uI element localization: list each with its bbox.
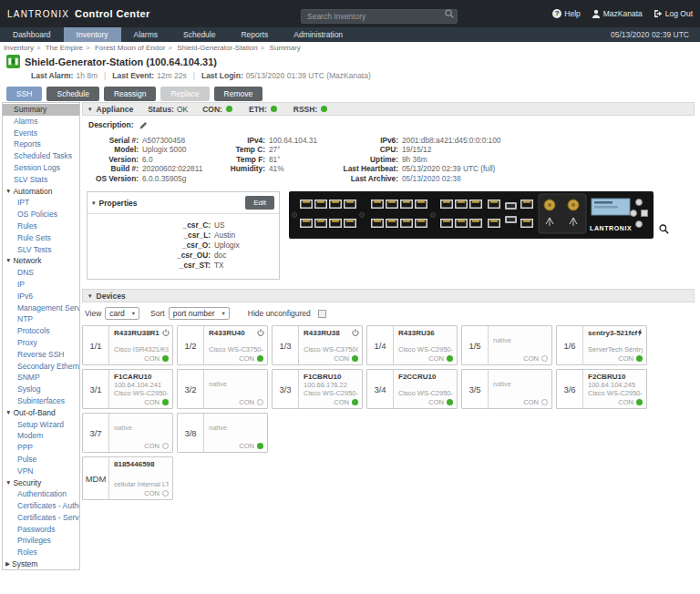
sidebar-item-authentication[interactable]: Authentication [3,488,79,500]
power-bolt-icon[interactable] [636,329,643,336]
user-menu[interactable]: MazKanata [592,9,643,18]
logout-button[interactable]: Log Out [654,9,693,18]
power-icon[interactable] [257,329,264,336]
sidebar-item-label: SLV Stats [14,175,47,184]
sidebar-item-rules[interactable]: Rules [3,220,79,232]
sidebar-item-setup-wizard[interactable]: Setup Wizard [3,419,79,431]
device-card-mdm[interactable]: MDM 8185446598 cellular Internal LTE CON [82,456,173,500]
sidebar-item-proxy[interactable]: Proxy [3,337,79,349]
edit-pencil-icon[interactable] [139,121,148,129]
sidebar-item-network[interactable]: ▼Network [3,255,79,267]
breadcrumb-item-summary[interactable]: Summary [270,44,301,52]
sidebar-item-management-server[interactable]: Management Server [3,302,79,314]
device-card-3-6[interactable]: 3/6 F2CBRU10 100.64.104.245 Cisco WS-C29… [556,369,647,409]
power-icon[interactable] [352,329,359,336]
field-value: 2001:db8:a421:d45:0:0:0:100 [402,136,500,145]
device-card-3-2[interactable]: 3/2 native CON [177,369,268,409]
sidebar-item-reports[interactable]: Reports [3,138,79,150]
device-card-3-4[interactable]: 3/4 F2CCRU10 Cisco WS-C2950-12... CON [366,369,458,409]
sidebar-item-subinterfaces[interactable]: Subinterfaces [3,395,79,407]
breadcrumb-item-shield-generator-station[interactable]: Shield-Generator-Station [177,44,258,52]
sidebar-item-privileges[interactable]: Privileges [3,535,79,547]
nav-tab-schedule[interactable]: Schedule [170,27,228,42]
device-card-1-2[interactable]: 1/2 R433RU40 Cisco WS-C3750-48... CON [177,325,268,365]
breadcrumb-item-the-empire[interactable]: The Empire [46,44,83,52]
appliance-panel-header[interactable]: ▾ Appliance Status:OK CON: ETH: RSSH: [82,102,695,116]
field-label: OS Version: [82,174,139,183]
device-card-1-1[interactable]: 1/1 R433RU38R1 Cisco ISR4321/K9 1... CON [82,325,173,365]
sidebar-item-ppp[interactable]: PPP [3,442,79,454]
device-model: Cisco WS-C2950-12... [398,389,453,397]
sidebar-item-events[interactable]: Events [3,128,79,139]
search-icon[interactable] [445,9,454,18]
con-label: CON [144,442,160,450]
devices-panel-header[interactable]: ▾ Devices [82,289,695,302]
sidebar-item-protocols[interactable]: Protocols [3,325,79,337]
nav-tab-dashboard[interactable]: Dashboard [0,27,64,42]
sidebar-item-dns[interactable]: DNS [3,267,79,279]
sidebar-item-security[interactable]: ▼Security [3,477,79,489]
nav-tab-reports[interactable]: Reports [228,27,281,42]
sort-select[interactable]: port number▾ [169,307,230,320]
sidebar-item-secondary-ethernet[interactable]: Secondary Ethernet [3,361,79,373]
sidebar-item-alarms[interactable]: Alarms [3,116,79,128]
sidebar-item-reverse-ssh[interactable]: Reverse SSH [3,349,79,361]
help-button[interactable]: ? Help [552,9,580,18]
sidebar-item-label: Certificates - Server [17,513,79,522]
sidebar-item-rule-sets[interactable]: Rule Sets [3,232,79,244]
view-select[interactable]: card▾ [105,307,139,320]
zoom-image-icon[interactable] [659,224,669,234]
action-button-replace[interactable]: Replace [160,87,209,101]
device-card-3-8[interactable]: 3/8 native CON [177,413,268,453]
action-button-ssh[interactable]: SSH [6,87,42,101]
sidebar-item-certificates-server[interactable]: Certificates - Server [3,512,79,524]
power-icon[interactable] [162,329,170,336]
action-button-schedule[interactable]: Schedule [46,87,98,101]
sidebar-item-session-logs[interactable]: Session Logs [3,162,79,174]
action-button-reassign[interactable]: Reassign [104,87,156,101]
device-card-1-6[interactable]: 1/6 sentry3-521fef ServerTech Sentry S..… [556,325,647,365]
sidebar-item-snmp[interactable]: SNMP [3,372,79,384]
status-value: OK [177,105,188,114]
action-button-remove[interactable]: Remove [214,87,263,101]
sidebar-item-modem[interactable]: Modem [3,430,79,442]
sidebar-item-system[interactable]: ▶System [3,558,79,570]
device-card-3-1[interactable]: 3/1 F1CARU10 100.64.104.241 Cisco WS-C29… [82,369,173,409]
sidebar-item-vpn[interactable]: VPN [3,466,79,477]
sidebar-item-slv-tests[interactable]: SLV Tests [3,244,79,256]
sidebar-item-os-policies[interactable]: OS Policies [3,209,79,220]
search-input[interactable] [301,9,458,24]
sidebar-item-ip[interactable]: IP [3,279,79,291]
sidebar-item-ipv6[interactable]: IPv6 [3,291,79,302]
sidebar-item-roles[interactable]: Roles [3,547,79,558]
breadcrumb-item-forest-moon-of-endor[interactable]: Forest Moon of Endor [95,44,165,52]
utc-datetime: 05/13/2020 02:39 UTC [611,27,695,42]
device-card-3-7[interactable]: 3/7 native CON [82,413,173,453]
sidebar-item-summary[interactable]: Summary [3,104,79,116]
sidebar-item-ipt[interactable]: IPT [3,197,79,209]
nav-tab-inventory[interactable]: Inventory [64,27,121,42]
device-card-1-3[interactable]: 1/3 R433RU38 Cisco WS-C3750G-... CON [272,325,363,365]
device-card-3-5[interactable]: 3/5 native CON [461,369,552,409]
sidebar-item-passwords[interactable]: Passwords [3,524,79,536]
device-card-1-4[interactable]: 1/4 R433RU36 Cisco WS-C2950-24... CON [366,325,458,365]
hide-unconfigured-checkbox[interactable] [318,310,326,318]
edit-button[interactable]: Edit [245,196,274,210]
field-value: 6.0 [142,155,153,164]
sidebar-item-syslog[interactable]: Syslog [3,384,79,395]
sidebar-item-label: PPP [17,443,33,452]
sidebar-item-automation[interactable]: ▼Automation [3,186,79,198]
device-card-3-3[interactable]: 3/3 F1CBRU10 100.66.176.22 Cisco WS-C295… [272,369,363,409]
sidebar-item-label: Scheduled Tasks [14,151,72,160]
device-card-1-5[interactable]: 1/5 native CON [461,325,552,365]
sidebar-item-certificates-authority[interactable]: Certificates - Authority [3,500,79,512]
nav-tab-administration[interactable]: Administration [281,27,355,42]
nav-tab-alarms[interactable]: Alarms [121,27,170,42]
sidebar-item-pulse[interactable]: Pulse [3,454,79,466]
sidebar-item-label: Authentication [17,489,67,498]
sidebar-item-slv-stats[interactable]: SLV Stats [3,174,79,186]
sidebar-item-out-of-band[interactable]: ▼Out-of-Band [3,407,79,419]
breadcrumb-item-inventory[interactable]: Inventory [4,44,34,52]
sidebar-item-scheduled-tasks[interactable]: Scheduled Tasks [3,150,79,162]
sidebar-item-ntp[interactable]: NTP [3,313,79,325]
